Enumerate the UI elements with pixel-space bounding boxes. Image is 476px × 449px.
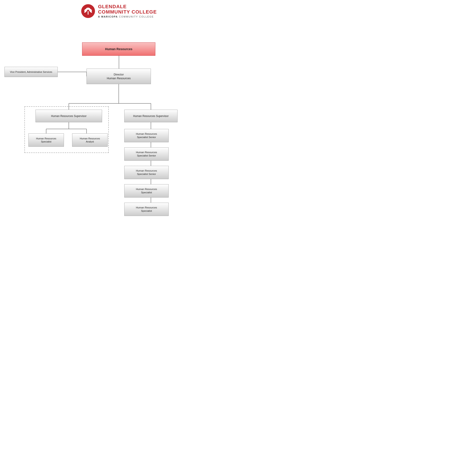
svg-rect-0 — [88, 11, 89, 15]
svg-point-3 — [86, 8, 90, 10]
hr-specialist-senior-1-box: Human Resources Specialist Senior — [124, 129, 169, 142]
director-hr-box: Director Human Resources — [86, 68, 151, 84]
hr-specialist-left-box: Human Resources Specialist — [28, 133, 64, 147]
hr-specialist-senior-3-box: Human Resources Specialist Senior — [124, 166, 169, 179]
hr-specialist-2-box: Human Resources Specialist — [124, 203, 169, 216]
college-sub: A MARICOPA COMMUNITY COLLEGE — [98, 15, 157, 18]
logo-circle — [81, 4, 95, 18]
hr-supervisor-left-box: Human Resources Supervisor — [35, 110, 102, 122]
hr-specialist-senior-2-box: Human Resources Specialist Senior — [124, 147, 169, 161]
college-name: GLENDALE COMMUNITY COLLEGE — [98, 4, 157, 15]
hr-supervisor-right-box: Human Resources Supervisor — [124, 110, 177, 122]
hr-specialist-1-box: Human Resources Specialist — [124, 184, 169, 198]
hr-analyst-box: Human Resources Analyst — [72, 133, 108, 147]
logo-text: GLENDALE COMMUNITY COLLEGE A MARICOPA CO… — [98, 4, 157, 18]
orgchart: Human Resources Vice President, Administ… — [0, 20, 238, 224]
human-resources-box: Human Resources — [82, 42, 155, 56]
header: GLENDALE COMMUNITY COLLEGE A MARICOPA CO… — [0, 0, 238, 20]
vp-admin-box: Vice President, Administrative Services — [5, 67, 58, 77]
